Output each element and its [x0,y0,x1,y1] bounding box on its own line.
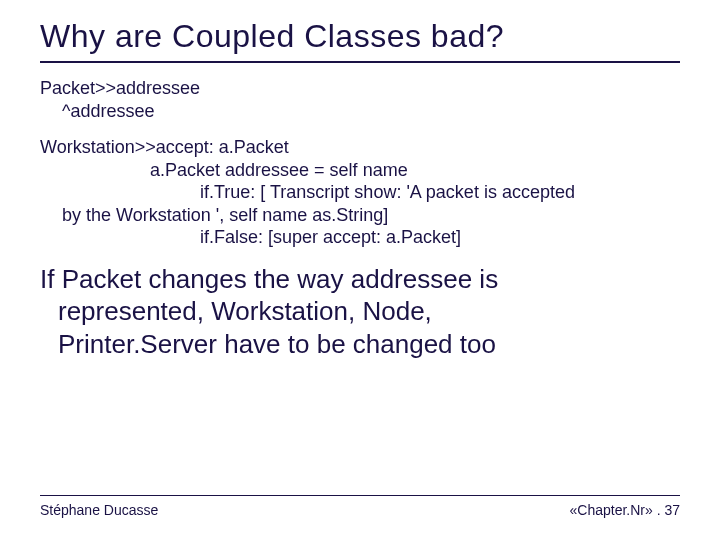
footer-row: Stéphane Ducasse «Chapter.Nr» . 37 [40,502,680,518]
body-line: represented, Workstation, Node, [40,295,680,328]
slide: Why are Coupled Classes bad? Packet>>add… [0,0,720,540]
body-line: Printer.Server have to be changed too [40,328,680,361]
code-block-2: Workstation>>accept: a.Packet a.Packet a… [40,136,680,249]
code-line: ^addressee [40,100,680,123]
footer-rule [40,495,680,496]
title-rule [40,61,680,63]
body-line: If Packet changes the way addressee is [40,264,498,294]
slide-title: Why are Coupled Classes bad? [40,18,680,55]
code-line: a.Packet addressee = self name [40,159,680,182]
footer-page-ref: «Chapter.Nr» . 37 [569,502,680,518]
code-line: by the Workstation ', self name as.Strin… [40,204,680,227]
code-block-1: Packet>>addressee ^addressee [40,77,680,122]
slide-footer: Stéphane Ducasse «Chapter.Nr» . 37 [40,495,680,518]
code-line: Packet>>addressee [40,77,680,100]
code-line: Workstation>>accept: a.Packet [40,136,680,159]
body-paragraph: If Packet changes the way addressee is r… [40,263,680,361]
code-line: if.False: [super accept: a.Packet] [40,226,680,249]
code-line: if.True: [ Transcript show: 'A packet is… [40,181,680,204]
footer-author: Stéphane Ducasse [40,502,158,518]
